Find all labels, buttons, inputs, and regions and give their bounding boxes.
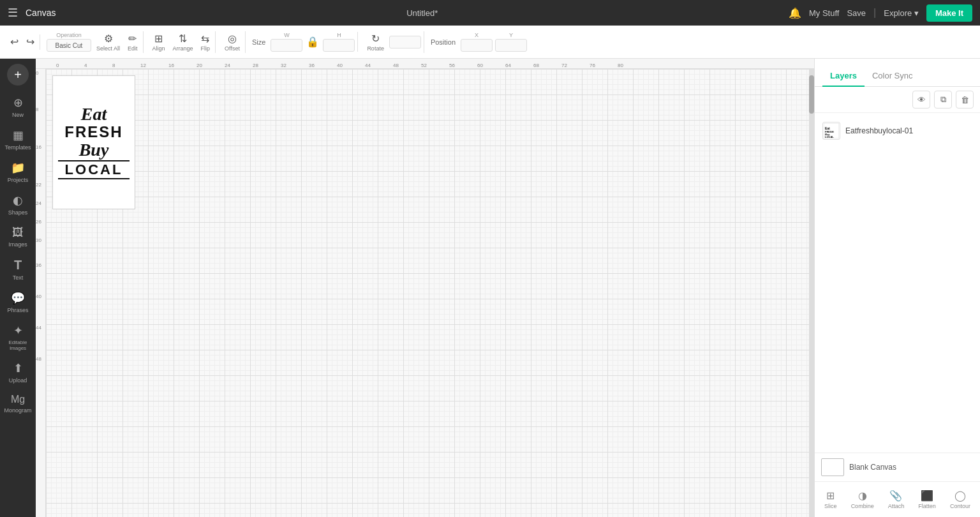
attach-button[interactable]: 📎 Attach <box>883 487 910 512</box>
app-title: Canvas <box>26 8 56 18</box>
templates-icon: ▦ <box>13 128 24 142</box>
blank-canvas-label: Blank Canvas <box>849 463 896 472</box>
sidebar-item-projects[interactable]: 📁 Projects <box>3 157 33 187</box>
flip-icon: ⇆ <box>201 33 209 45</box>
upload-icon: ⬆ <box>13 361 23 375</box>
explore-link[interactable]: Explore ▾ <box>884 8 919 18</box>
slice-button[interactable]: ⊞ Slice <box>819 487 842 512</box>
projects-icon: 📁 <box>11 161 25 175</box>
position-group: Position X Y <box>428 32 530 52</box>
text-icon: T <box>14 258 22 273</box>
undo-icon: ↩ <box>10 36 19 48</box>
flatten-icon: ⬛ <box>921 490 933 502</box>
align-button[interactable]: ⊞ Align <box>150 31 168 53</box>
images-icon: 🖼 <box>12 226 24 239</box>
make-it-button[interactable]: Make It <box>926 4 972 22</box>
sidebar-item-images[interactable]: 🖼 Images <box>3 222 33 251</box>
operation-group: Operation ⚙ Select All ✏ Edit <box>44 31 144 53</box>
position-label: Position <box>431 38 456 46</box>
layer-item[interactable]: Eat FRESH Buy LOCAL Eatfreshbuylocal-01 <box>815 118 980 144</box>
layers-delete-button[interactable]: 🗑 <box>956 91 974 109</box>
undo-button[interactable]: ↩ <box>8 34 21 50</box>
tab-color-sync[interactable]: Color Sync <box>865 66 921 87</box>
x-label: X <box>475 32 479 38</box>
align-icon: ⊞ <box>154 33 163 45</box>
lock-ratio-icon[interactable]: 🔒 <box>306 36 319 48</box>
attach-label: Attach <box>888 503 905 509</box>
explore-label: Explore <box>884 8 912 18</box>
offset-button[interactable]: ◎ Offset <box>222 31 242 53</box>
new-label: New <box>12 112 24 118</box>
size-label: Size <box>252 38 265 46</box>
blank-canvas-thumbnail <box>821 458 844 476</box>
ruler-left-marks: 0 8 16 22 24 26 30 36 40 44 48 <box>36 69 45 362</box>
height-input[interactable] <box>323 39 355 52</box>
arrange-button[interactable]: ⇅ Arrange <box>170 31 196 53</box>
rotate-button[interactable]: ↻ Rotate <box>364 31 387 53</box>
tab-layers[interactable]: Layers <box>822 66 865 87</box>
right-panel-bottom: ⊞ Slice ◑ Combine 📎 Attach ⬛ Flatten ◯ C… <box>815 481 980 517</box>
select-all-button[interactable]: ⚙ Select All <box>94 31 122 53</box>
flatten-button[interactable]: ⬛ Flatten <box>913 487 941 512</box>
sidebar-item-text[interactable]: T Text <box>3 254 33 285</box>
hamburger-menu-icon[interactable]: ☰ <box>8 6 18 20</box>
sidebar-item-shapes[interactable]: ◐ Shapes <box>3 190 33 220</box>
sidebar-item-monogram[interactable]: Mg Monogram <box>3 390 33 417</box>
x-input[interactable] <box>461 39 493 52</box>
my-stuff-link[interactable]: My Stuff <box>809 8 839 18</box>
design-element[interactable]: Eat FRESH Buy LOCAL <box>52 75 135 209</box>
editable-images-icon: ✦ <box>13 324 23 338</box>
height-group: H <box>323 32 355 52</box>
slice-icon: ⊞ <box>826 490 835 502</box>
notification-bell-icon[interactable]: 🔔 <box>789 7 801 19</box>
width-group: W <box>271 32 302 52</box>
ruler-left: 0 8 16 22 24 26 30 36 40 44 48 <box>36 69 46 517</box>
x-group: X <box>461 32 493 52</box>
flip-button[interactable]: ⇆ Flip <box>198 31 213 53</box>
attach-icon: 📎 <box>889 490 902 502</box>
contour-button[interactable]: ◯ Contour <box>945 487 976 512</box>
nav-right: 🔔 My Stuff Save | Explore ▾ Make It <box>789 4 972 22</box>
width-input[interactable] <box>271 39 302 52</box>
y-input[interactable] <box>495 39 527 52</box>
size-group: Size W 🔒 H <box>249 32 358 52</box>
h-label: H <box>337 32 341 38</box>
rotate-icon: ↻ <box>371 33 380 45</box>
canvas-area-row: 0 8 16 22 24 26 30 36 40 44 48 <box>36 69 814 517</box>
sidebar-item-upload[interactable]: ⬆ Upload <box>3 357 33 387</box>
sidebar-item-phrases[interactable]: 💬 Phrases <box>3 287 33 317</box>
design-text-fresh: FRESH <box>64 124 122 140</box>
layers-duplicate-button[interactable]: ⧉ <box>934 91 952 109</box>
canvas-grid: Eat FRESH Buy LOCAL <box>46 69 809 517</box>
sidebar-item-templates[interactable]: ▦ Templates <box>3 124 33 154</box>
shapes-icon: ◐ <box>13 193 23 207</box>
canvas-scroll[interactable]: Eat FRESH Buy LOCAL <box>46 69 809 517</box>
add-new-button[interactable]: + <box>7 64 29 86</box>
shapes-label: Shapes <box>8 209 28 216</box>
main-area: + ⊕ New ▦ Templates 📁 Projects ◐ Shapes … <box>0 59 980 517</box>
w-label: W <box>284 32 290 38</box>
slice-label: Slice <box>824 503 837 509</box>
sidebar-item-new[interactable]: ⊕ New <box>3 92 33 122</box>
vertical-scrollbar[interactable] <box>809 69 814 517</box>
left-sidebar: + ⊕ New ▦ Templates 📁 Projects ◐ Shapes … <box>0 59 36 517</box>
design-text-local: LOCAL <box>58 160 130 179</box>
y-group: Y <box>495 32 527 52</box>
save-button[interactable]: Save <box>847 8 866 18</box>
scrollbar-thumb[interactable] <box>809 75 814 114</box>
edit-button[interactable]: ✏ Edit <box>125 31 140 53</box>
operation-input[interactable] <box>47 39 91 52</box>
nav-divider: | <box>873 7 876 19</box>
layers-eye-button[interactable]: 👁 <box>912 91 930 109</box>
monogram-label: Monogram <box>4 407 31 414</box>
right-panel: Layers Color Sync 👁 ⧉ 🗑 Eat FRESH Buy LO… <box>814 59 980 517</box>
new-icon: ⊕ <box>13 96 23 110</box>
contour-label: Contour <box>950 503 970 509</box>
combine-button[interactable]: ◑ Combine <box>846 487 879 512</box>
text-label: Text <box>13 274 24 281</box>
file-name[interactable]: Untitled* <box>406 8 438 18</box>
rotate-input[interactable] <box>389 36 421 49</box>
y-label: Y <box>509 32 513 38</box>
redo-button[interactable]: ↪ <box>24 34 37 50</box>
sidebar-item-editable-images[interactable]: ✦ Editable Images <box>3 320 33 355</box>
